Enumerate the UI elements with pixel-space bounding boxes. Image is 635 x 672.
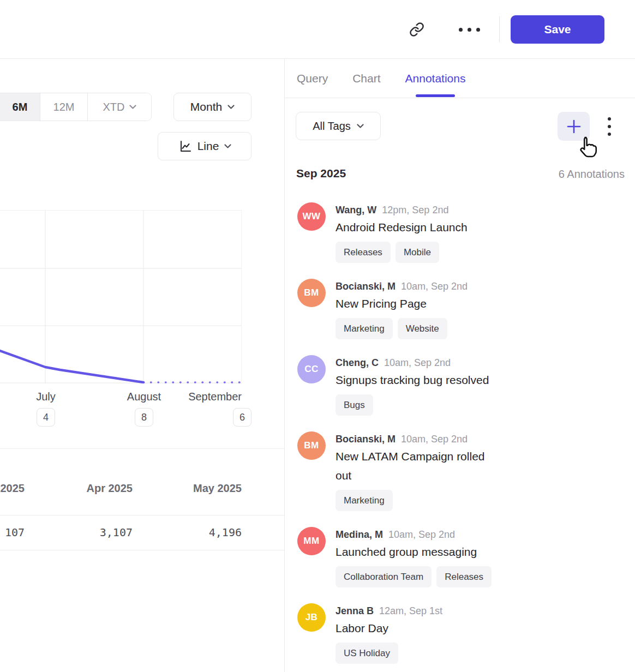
annotation-author: Jenna B: [336, 605, 374, 616]
list-item[interactable]: CC Cheng, C10am, Sep 2nd Signups trackin…: [297, 355, 631, 416]
annotations-list: WW Wang, W12pm, Sep 2nd Android Redesign…: [297, 202, 631, 672]
granularity-label: Month: [190, 100, 222, 113]
chevron-down-icon: [227, 105, 235, 109]
month-group-header: Sep 2025: [296, 167, 346, 180]
annotations-panel: Query Chart Annotations All Tags Sep 202…: [284, 59, 635, 672]
topbar: Save: [0, 0, 635, 59]
annotation-time: 10am, Sep 2nd: [388, 529, 455, 540]
annotations-menu-button[interactable]: [598, 112, 620, 141]
table-header-apr: Apr 2025: [87, 482, 133, 495]
range-12m-button[interactable]: 12M: [40, 93, 87, 121]
annotation-tag[interactable]: Marketing: [336, 490, 393, 511]
annotation-tag[interactable]: Website: [398, 318, 447, 339]
more-options-button[interactable]: [455, 20, 483, 39]
table-top-border: [0, 448, 284, 449]
avatar: BM: [297, 431, 326, 460]
add-annotation-button[interactable]: [558, 112, 590, 141]
avatar: MM: [297, 527, 326, 555]
chevron-down-icon: [224, 144, 231, 148]
list-item[interactable]: BM Bocianski, M10am, Sep 2nd New LATAM C…: [297, 431, 631, 511]
annotation-title: Signups tracking bug resolved: [336, 370, 489, 389]
annotation-title: New Pricing Page: [336, 294, 468, 313]
trend-chart: [0, 210, 242, 383]
date-range-segmented-control: 6M 12M XTD: [0, 93, 152, 121]
tab-query[interactable]: Query: [297, 59, 328, 98]
range-6m-button[interactable]: 6M: [0, 93, 40, 121]
save-button[interactable]: Save: [511, 15, 604, 44]
tab-annotations[interactable]: Annotations: [405, 59, 466, 98]
annotation-title: New LATAM Campaign rolled out: [336, 447, 499, 485]
list-item[interactable]: MM Medina, M10am, Sep 2nd Launched group…: [297, 527, 631, 587]
table-header-mar: 2025: [1, 482, 25, 495]
annotations-count: 6 Annotations: [559, 168, 625, 181]
share-link-button[interactable]: [405, 19, 429, 40]
link-icon: [409, 22, 424, 37]
avatar: WW: [297, 202, 326, 231]
list-item[interactable]: WW Wang, W12pm, Sep 2nd Android Redesign…: [297, 202, 631, 263]
kebab-icon: [608, 117, 611, 136]
annotation-tag[interactable]: Collaboration Team: [336, 566, 432, 587]
x-axis-label-august: August: [127, 391, 161, 403]
annotation-author: Wang, W: [336, 205, 376, 215]
chevron-down-icon: [129, 105, 136, 109]
x-axis-label-july: July: [36, 391, 56, 403]
chart-panel: 6M 12M XTD Month Line July August Septem…: [0, 59, 284, 672]
plus-icon: [566, 119, 582, 134]
ellipsis-icon: [459, 28, 480, 32]
panel-tabs: Query Chart Annotations: [285, 59, 635, 98]
table-header-border: [0, 515, 284, 515]
table-header-may: May 2025: [193, 482, 242, 495]
app-root: Save 6M 12M XTD Month Line July: [0, 0, 635, 672]
annotation-author: Bocianski, M: [336, 281, 396, 292]
tag-filter-dropdown[interactable]: All Tags: [296, 112, 381, 140]
annotation-time: 10am, Sep 2nd: [384, 357, 451, 368]
annotation-title: Labor Day: [336, 619, 442, 638]
x-axis-label-september: September: [188, 391, 242, 403]
annotation-count-badge-september[interactable]: 6: [233, 408, 251, 427]
annotation-tag[interactable]: Releases: [336, 242, 391, 263]
annotation-title: Android Redesign Launch: [336, 218, 468, 237]
table-value-may: 4,196: [209, 526, 242, 539]
annotation-time: 10am, Sep 2nd: [401, 281, 468, 292]
annotation-title: Launched group messaging: [336, 542, 492, 561]
annotation-time: 12am, Sep 1st: [379, 605, 442, 616]
table-bottom-border: [0, 550, 284, 550]
table-value-mar: 107: [5, 526, 25, 539]
range-xtd-button[interactable]: XTD: [87, 93, 151, 121]
list-item[interactable]: BM Bocianski, M10am, Sep 2nd New Pricing…: [297, 279, 631, 339]
avatar: JB: [297, 603, 326, 632]
list-item[interactable]: JB Jenna B12am, Sep 1st Labor Day US Hol…: [297, 603, 631, 664]
chart-type-dropdown[interactable]: Line: [158, 132, 251, 160]
annotation-author: Cheng, C: [336, 357, 379, 368]
topbar-divider: [499, 16, 500, 43]
tag-filter-label: All Tags: [313, 120, 351, 133]
annotation-count-badge-august[interactable]: 8: [135, 408, 153, 427]
range-xtd-label: XTD: [103, 101, 125, 113]
annotation-author: Medina, M: [336, 529, 383, 540]
chart-type-label: Line: [197, 140, 219, 153]
annotation-tag[interactable]: Mobile: [396, 242, 439, 263]
annotation-time: 12pm, Sep 2nd: [382, 205, 448, 215]
annotation-tag[interactable]: US Holiday: [336, 643, 398, 664]
tab-chart[interactable]: Chart: [352, 59, 380, 98]
table-value-apr: 3,107: [100, 526, 133, 539]
line-chart-icon: [178, 139, 192, 153]
granularity-dropdown[interactable]: Month: [173, 93, 251, 121]
annotation-tag[interactable]: Releases: [436, 566, 492, 587]
avatar: BM: [297, 279, 326, 307]
annotation-count-badge-july[interactable]: 4: [37, 408, 55, 427]
trend-chart-area[interactable]: [0, 210, 242, 383]
annotation-time: 10am, Sep 2nd: [401, 434, 468, 445]
chevron-down-icon: [357, 124, 364, 128]
avatar: CC: [297, 355, 326, 383]
annotation-tag[interactable]: Bugs: [336, 394, 373, 416]
annotation-author: Bocianski, M: [336, 434, 396, 445]
annotation-tag[interactable]: Marketing: [336, 318, 393, 339]
